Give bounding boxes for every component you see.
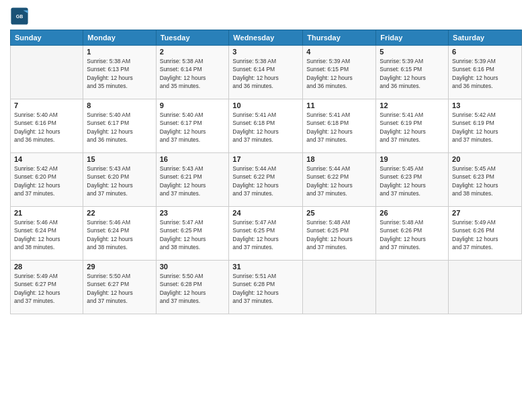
day-info: Sunrise: 5:39 AM Sunset: 6:15 PM Dayligh… — [306, 57, 372, 90]
day-info: Sunrise: 5:40 AM Sunset: 6:16 PM Dayligh… — [14, 111, 79, 144]
day-number: 11 — [306, 101, 372, 109]
day-cell: 22Sunrise: 5:46 AM Sunset: 6:24 PM Dayli… — [83, 207, 156, 261]
day-number: 21 — [14, 209, 79, 217]
day-number: 6 — [452, 48, 518, 56]
weekday-friday: Friday — [376, 30, 449, 46]
day-info: Sunrise: 5:44 AM Sunset: 6:22 PM Dayligh… — [306, 165, 372, 197]
day-cell: 11Sunrise: 5:41 AM Sunset: 6:18 PM Dayli… — [303, 99, 376, 153]
weekday-thursday: Thursday — [303, 30, 376, 46]
day-info: Sunrise: 5:42 AM Sunset: 6:20 PM Dayligh… — [14, 165, 79, 197]
day-cell: 8Sunrise: 5:40 AM Sunset: 6:17 PM Daylig… — [83, 99, 156, 153]
day-info: Sunrise: 5:50 AM Sunset: 6:27 PM Dayligh… — [87, 272, 152, 305]
day-number: 16 — [160, 155, 226, 163]
day-number: 31 — [232, 263, 299, 271]
day-info: Sunrise: 5:38 AM Sunset: 6:13 PM Dayligh… — [87, 57, 152, 90]
day-number: 25 — [306, 209, 372, 217]
weekday-saturday: Saturday — [449, 30, 522, 46]
day-cell — [11, 46, 83, 99]
weekday-monday: Monday — [83, 30, 156, 46]
day-info: Sunrise: 5:49 AM Sunset: 6:27 PM Dayligh… — [14, 272, 79, 305]
day-cell: 10Sunrise: 5:41 AM Sunset: 6:18 PM Dayli… — [229, 99, 303, 153]
day-cell: 17Sunrise: 5:44 AM Sunset: 6:22 PM Dayli… — [229, 153, 303, 207]
day-number: 19 — [380, 155, 445, 163]
day-number: 13 — [452, 101, 518, 109]
weekday-header-row: SundayMondayTuesdayWednesdayThursdayFrid… — [11, 30, 522, 46]
day-cell: 26Sunrise: 5:48 AM Sunset: 6:26 PM Dayli… — [376, 207, 449, 261]
day-cell: 21Sunrise: 5:46 AM Sunset: 6:24 PM Dayli… — [11, 207, 83, 261]
day-cell: 9Sunrise: 5:40 AM Sunset: 6:17 PM Daylig… — [156, 99, 229, 153]
day-info: Sunrise: 5:43 AM Sunset: 6:20 PM Dayligh… — [87, 165, 152, 197]
day-number: 29 — [87, 263, 152, 271]
day-number: 2 — [160, 48, 226, 56]
day-info: Sunrise: 5:40 AM Sunset: 6:17 PM Dayligh… — [87, 111, 152, 144]
day-cell: 15Sunrise: 5:43 AM Sunset: 6:20 PM Dayli… — [83, 153, 156, 207]
day-info: Sunrise: 5:45 AM Sunset: 6:23 PM Dayligh… — [452, 165, 518, 197]
day-number: 30 — [160, 263, 226, 271]
day-number: 1 — [87, 48, 152, 56]
day-number: 15 — [87, 155, 152, 163]
day-cell: 18Sunrise: 5:44 AM Sunset: 6:22 PM Dayli… — [303, 153, 376, 207]
day-number: 4 — [306, 48, 372, 56]
day-number: 18 — [306, 155, 372, 163]
day-info: Sunrise: 5:39 AM Sunset: 6:15 PM Dayligh… — [380, 57, 445, 90]
day-cell: 25Sunrise: 5:48 AM Sunset: 6:25 PM Dayli… — [303, 207, 376, 261]
weekday-sunday: Sunday — [11, 30, 83, 46]
logo: GB — [10, 7, 32, 26]
day-number: 23 — [160, 209, 226, 217]
week-row-4: 21Sunrise: 5:46 AM Sunset: 6:24 PM Dayli… — [11, 207, 522, 261]
day-info: Sunrise: 5:48 AM Sunset: 6:26 PM Dayligh… — [380, 218, 445, 251]
day-info: Sunrise: 5:45 AM Sunset: 6:23 PM Dayligh… — [380, 165, 445, 197]
day-number: 22 — [87, 209, 152, 217]
day-number: 10 — [232, 101, 299, 109]
day-cell: 29Sunrise: 5:50 AM Sunset: 6:27 PM Dayli… — [83, 261, 156, 314]
day-info: Sunrise: 5:46 AM Sunset: 6:24 PM Dayligh… — [87, 218, 152, 251]
header: GB — [10, 7, 522, 26]
day-info: Sunrise: 5:38 AM Sunset: 6:14 PM Dayligh… — [160, 57, 226, 90]
svg-text:GB: GB — [16, 14, 24, 19]
day-cell: 4Sunrise: 5:39 AM Sunset: 6:15 PM Daylig… — [303, 46, 376, 99]
day-cell: 12Sunrise: 5:41 AM Sunset: 6:19 PM Dayli… — [376, 99, 449, 153]
day-info: Sunrise: 5:49 AM Sunset: 6:26 PM Dayligh… — [452, 218, 518, 251]
day-cell: 20Sunrise: 5:45 AM Sunset: 6:23 PM Dayli… — [449, 153, 522, 207]
day-info: Sunrise: 5:44 AM Sunset: 6:22 PM Dayligh… — [232, 165, 299, 197]
day-info: Sunrise: 5:50 AM Sunset: 6:28 PM Dayligh… — [160, 272, 226, 305]
day-number: 5 — [380, 48, 445, 56]
day-number: 14 — [14, 155, 79, 163]
day-cell — [303, 261, 376, 314]
day-cell — [376, 261, 449, 314]
day-info: Sunrise: 5:41 AM Sunset: 6:18 PM Dayligh… — [232, 111, 299, 144]
day-info: Sunrise: 5:41 AM Sunset: 6:19 PM Dayligh… — [380, 111, 445, 144]
day-info: Sunrise: 5:48 AM Sunset: 6:25 PM Dayligh… — [306, 218, 372, 251]
week-row-2: 7Sunrise: 5:40 AM Sunset: 6:16 PM Daylig… — [11, 99, 522, 153]
day-cell: 6Sunrise: 5:39 AM Sunset: 6:16 PM Daylig… — [449, 46, 522, 99]
day-number: 24 — [232, 209, 299, 217]
day-number: 3 — [232, 48, 299, 56]
day-cell: 31Sunrise: 5:51 AM Sunset: 6:28 PM Dayli… — [229, 261, 303, 314]
day-cell: 23Sunrise: 5:47 AM Sunset: 6:25 PM Dayli… — [156, 207, 229, 261]
day-cell: 13Sunrise: 5:42 AM Sunset: 6:19 PM Dayli… — [449, 99, 522, 153]
day-cell: 14Sunrise: 5:42 AM Sunset: 6:20 PM Dayli… — [11, 153, 83, 207]
day-info: Sunrise: 5:43 AM Sunset: 6:21 PM Dayligh… — [160, 165, 226, 197]
day-info: Sunrise: 5:47 AM Sunset: 6:25 PM Dayligh… — [160, 218, 226, 251]
day-number: 12 — [380, 101, 445, 109]
day-info: Sunrise: 5:40 AM Sunset: 6:17 PM Dayligh… — [160, 111, 226, 144]
day-cell: 7Sunrise: 5:40 AM Sunset: 6:16 PM Daylig… — [11, 99, 83, 153]
week-row-3: 14Sunrise: 5:42 AM Sunset: 6:20 PM Dayli… — [11, 153, 522, 207]
logo-icon: GB — [10, 7, 29, 26]
day-info: Sunrise: 5:39 AM Sunset: 6:16 PM Dayligh… — [452, 57, 518, 90]
day-number: 8 — [87, 101, 152, 109]
weekday-tuesday: Tuesday — [156, 30, 229, 46]
calendar: SundayMondayTuesdayWednesdayThursdayFrid… — [10, 30, 522, 314]
day-number: 9 — [160, 101, 226, 109]
day-number: 28 — [14, 263, 79, 271]
day-cell — [449, 261, 522, 314]
day-number: 20 — [452, 155, 518, 163]
weekday-wednesday: Wednesday — [229, 30, 303, 46]
day-number: 17 — [232, 155, 299, 163]
week-row-1: 1Sunrise: 5:38 AM Sunset: 6:13 PM Daylig… — [11, 46, 522, 99]
day-cell: 27Sunrise: 5:49 AM Sunset: 6:26 PM Dayli… — [449, 207, 522, 261]
day-number: 7 — [14, 101, 79, 109]
day-cell: 24Sunrise: 5:47 AM Sunset: 6:25 PM Dayli… — [229, 207, 303, 261]
day-info: Sunrise: 5:42 AM Sunset: 6:19 PM Dayligh… — [452, 111, 518, 144]
day-info: Sunrise: 5:46 AM Sunset: 6:24 PM Dayligh… — [14, 218, 79, 251]
